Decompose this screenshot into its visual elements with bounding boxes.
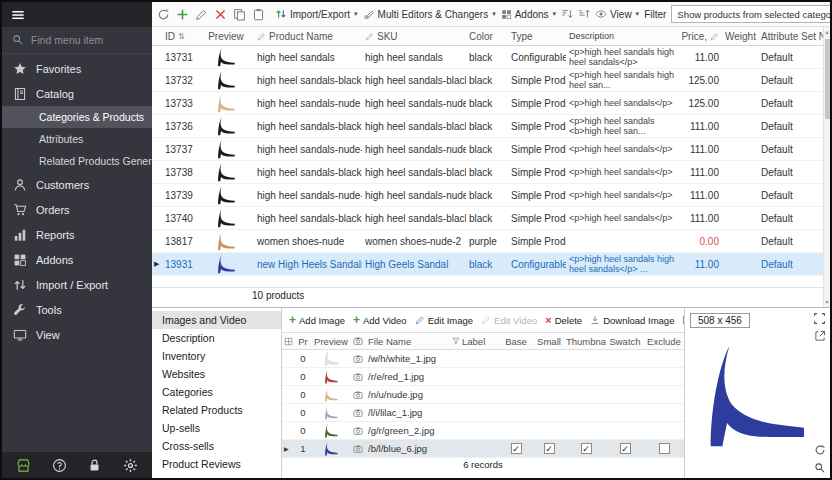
column-header-description[interactable]: Description [566, 31, 682, 41]
thumbnail-checkbox[interactable]: ✓ [581, 443, 592, 454]
image-row[interactable]: 0/g/r/green_2.jpg [282, 422, 684, 440]
tab-inventory[interactable]: Inventory [152, 347, 281, 365]
sort-ascending-button[interactable] [561, 8, 573, 20]
tab-related-products[interactable]: Related Products [152, 401, 281, 419]
product-row[interactable]: 13738high heel sandals-black-37high heel… [152, 161, 823, 184]
sidebar-item-attributes[interactable]: Attributes [2, 128, 152, 150]
column-header-exclude[interactable]: Exclude [644, 336, 684, 347]
edit-button[interactable] [195, 8, 208, 21]
image-row[interactable]: 0/n/u/nude.jpg [282, 386, 684, 404]
column-header-weight[interactable]: Weight [722, 31, 758, 42]
add-button[interactable] [176, 8, 189, 21]
toolbar-icon-buttons [157, 8, 265, 21]
product-row[interactable]: ▶13931new High Heels SandalsHigh Geels S… [152, 253, 823, 276]
store-icon[interactable] [16, 458, 31, 473]
column-header-sku[interactable]: SKU [362, 31, 466, 42]
view-button[interactable]: View▾ [595, 8, 639, 20]
gear-icon[interactable] [123, 458, 138, 473]
sidebar-search-input[interactable]: Find menu item [2, 27, 152, 54]
lock-icon[interactable] [87, 458, 102, 473]
tab-websites[interactable]: Websites [152, 365, 281, 383]
image-row[interactable]: 0/w/h/white_1.jpg [282, 350, 684, 368]
base-checkbox[interactable]: ✓ [511, 443, 522, 454]
column-header-image-preview[interactable]: Preview [312, 336, 350, 347]
product-row[interactable]: 13732high heel sandals-blackhigh heel sa… [152, 69, 823, 92]
fullscreen-icon[interactable] [813, 312, 826, 325]
delete-image-button[interactable]: ×Delete [545, 315, 582, 326]
product-thumbnail [198, 70, 254, 90]
sidebar-item-customers[interactable]: Customers [2, 172, 152, 197]
column-header-preview[interactable]: Preview [198, 31, 254, 42]
column-header-thumbnail[interactable]: Thumbna [566, 336, 606, 347]
tab-up-sells[interactable]: Up-sells [152, 419, 281, 437]
edit-image-button[interactable]: Edit Image [415, 315, 473, 326]
cell-color: black [466, 121, 508, 132]
sidebar-item-import-export[interactable]: Import / Export [2, 272, 152, 297]
sidebar-item-view[interactable]: View [2, 322, 152, 347]
exclude-checkbox[interactable] [659, 443, 670, 454]
scroll-down-icon[interactable]: ▼ [824, 299, 830, 305]
tab-product-reviews[interactable]: Product Reviews [152, 455, 281, 473]
column-header-priority[interactable]: Pr [294, 336, 312, 347]
small-checkbox[interactable]: ✓ [544, 443, 555, 454]
scrollbar-thumb[interactable] [825, 39, 830, 119]
help-icon[interactable] [52, 458, 67, 473]
vertical-scrollbar[interactable]: ▲ ▼ [823, 27, 830, 307]
scroll-up-icon[interactable]: ▲ [824, 29, 830, 35]
column-header-label[interactable]: Label [460, 336, 500, 347]
product-row[interactable]: 13733high heel sandals-nudehigh heel san… [152, 92, 823, 115]
open-external-icon[interactable] [813, 330, 826, 342]
column-header-file-name[interactable]: File Name [366, 336, 450, 347]
swatch-checkbox[interactable]: ✓ [620, 443, 631, 454]
paste-button[interactable] [252, 8, 265, 21]
sidebar-item-categories-products[interactable]: Categories & Products [2, 106, 152, 128]
del-button[interactable] [214, 8, 227, 21]
image-row[interactable]: 0/r/e/red_1.jpg [282, 368, 684, 386]
sidebar-item-catalog[interactable]: Catalog [2, 81, 152, 106]
tab-description[interactable]: Description [152, 329, 281, 347]
column-header-swatch[interactable]: Swatch [606, 336, 644, 347]
sidebar-item-related-products-generator[interactable]: Related Products Generator [2, 150, 152, 172]
edit-video-button[interactable]: Edit Video [481, 315, 537, 326]
column-header-type[interactable]: Type [508, 31, 566, 42]
product-row[interactable]: 13740high heel sandals-black-38high heel… [152, 207, 823, 230]
download-image-button[interactable]: Download Image [590, 315, 674, 326]
grid-options-header[interactable] [282, 337, 294, 346]
tab-categories[interactable]: Categories [152, 383, 281, 401]
product-row[interactable]: 13817women shoes-nudewomen shoes-nude-2p… [152, 230, 823, 253]
sidebar-item-reports[interactable]: Reports [2, 222, 152, 247]
image-row[interactable]: 0/l/i/lilac_1.jpg [282, 404, 684, 422]
hamburger-menu-icon[interactable] [11, 8, 25, 22]
multi-editors-button[interactable]: Multi Editors & Changers▾ [363, 8, 496, 20]
column-header-small[interactable]: Small [532, 336, 566, 347]
sort-descending-button[interactable] [578, 8, 590, 20]
sidebar-item-favorites[interactable]: Favorites [2, 56, 152, 81]
column-header-color[interactable]: Color [466, 31, 508, 42]
add-image-button[interactable]: +Add Image [289, 315, 345, 326]
product-thumbnail [198, 139, 254, 159]
zoom-icon[interactable] [814, 462, 826, 474]
add-video-button[interactable]: +Add Video [353, 315, 407, 326]
tab-images-and-video[interactable]: Images and Video [152, 311, 281, 329]
import-export-button[interactable]: Import/Export▾ [275, 8, 358, 20]
copy-button[interactable] [233, 8, 246, 21]
sidebar-item-addons[interactable]: Addons [2, 247, 152, 272]
tab-cross-sells[interactable]: Cross-sells [152, 437, 281, 455]
sidebar-item-tools[interactable]: Tools [2, 297, 152, 322]
image-row[interactable]: ▶1/b/l/blue_6.jpg✓✓✓✓ [282, 440, 684, 458]
column-header-base[interactable]: Base [500, 336, 532, 347]
addons-button[interactable]: Addons▾ [501, 9, 556, 20]
column-header-attribute-set[interactable]: Attribute Set Name [758, 31, 823, 42]
column-header-product-name[interactable]: Product Name [254, 31, 362, 42]
product-row[interactable]: 13739high heel sandals-nude-37high heel … [152, 184, 823, 207]
product-row[interactable]: 13731high heel sandalshigh heel sandalsb… [152, 46, 823, 69]
filter-select[interactable]: Show products from selected categories▾ [671, 5, 830, 23]
column-header-id[interactable]: ID⇅ [162, 31, 198, 42]
product-row[interactable]: 13736high heel sandals-black-36high heel… [152, 115, 823, 138]
refresh-button[interactable] [157, 8, 170, 21]
column-header-price[interactable]: Price, [682, 31, 722, 42]
rotate-icon[interactable] [814, 444, 826, 456]
sidebar-item-orders[interactable]: Orders [2, 197, 152, 222]
product-row[interactable]: 13737high heel sandals-nude-36high heel … [152, 138, 823, 161]
filter-funnel-icon[interactable] [450, 337, 460, 345]
